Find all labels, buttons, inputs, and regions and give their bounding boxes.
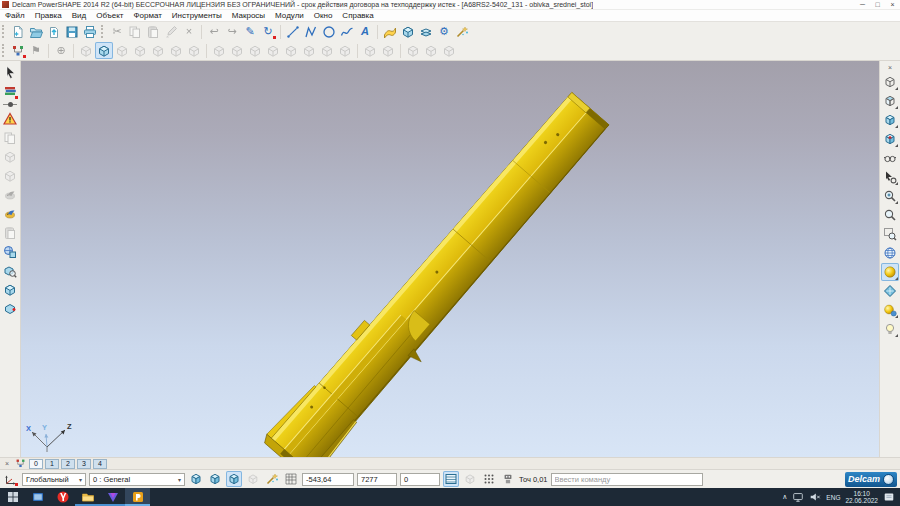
surface-tool-5[interactable] xyxy=(149,42,167,59)
taskbar-app-cad[interactable] xyxy=(100,488,125,506)
tray-chevron-icon[interactable]: ∧ xyxy=(782,493,787,501)
solid-tool-5[interactable] xyxy=(282,42,300,59)
solid-tool-6[interactable] xyxy=(300,42,318,59)
toolbar-grip[interactable] xyxy=(2,25,7,38)
menu-macros[interactable]: Макросы xyxy=(227,10,270,22)
level-select[interactable]: 0 : General ▾ xyxy=(89,473,185,486)
undo-icon[interactable]: ↩ xyxy=(209,26,218,37)
scissors-icon[interactable]: ✂ xyxy=(112,26,121,37)
create-surface-button[interactable] xyxy=(381,23,399,40)
close-button[interactable]: × xyxy=(885,0,900,10)
hidden-line-view-button[interactable] xyxy=(881,92,899,110)
workplane-view-4-button[interactable] xyxy=(245,471,261,487)
zoom-in-out-button[interactable] xyxy=(881,187,899,205)
feature-tool-2[interactable] xyxy=(379,42,397,59)
workplane-view-2-button[interactable] xyxy=(207,471,223,487)
surface-tool-1[interactable] xyxy=(77,42,95,59)
print-button[interactable] xyxy=(81,23,99,40)
lighting-button[interactable] xyxy=(881,320,899,338)
solid-tool-7[interactable] xyxy=(318,42,336,59)
minimize-button[interactable]: ─ xyxy=(855,0,870,10)
toolbar-grip[interactable] xyxy=(101,25,106,38)
create-curve-button[interactable] xyxy=(338,23,356,40)
menu-object[interactable]: Объект xyxy=(91,10,128,22)
inspect-solid-button[interactable] xyxy=(1,262,19,280)
wizard-button[interactable] xyxy=(453,23,471,40)
rail-close-button[interactable]: × xyxy=(888,63,892,72)
create-polyline-button[interactable] xyxy=(302,23,320,40)
workplane-view-1-button[interactable] xyxy=(188,471,204,487)
taskbar-app-explorer[interactable] xyxy=(75,488,100,506)
menu-modules[interactable]: Модули xyxy=(270,10,309,22)
globe-view-button[interactable] xyxy=(881,244,899,262)
new-file-button[interactable] xyxy=(9,23,27,40)
workplane-icon[interactable] xyxy=(13,458,27,469)
solid-tool-2[interactable] xyxy=(228,42,246,59)
flag-icon[interactable]: ⚑ xyxy=(31,45,41,56)
shading-mode-button[interactable] xyxy=(881,263,899,281)
model-doctor-button[interactable] xyxy=(1,110,19,128)
tabs-close-button[interactable]: × xyxy=(3,460,11,467)
start-button[interactable] xyxy=(0,488,25,506)
create-line-button[interactable] xyxy=(284,23,302,40)
taskbar-app-browser[interactable] xyxy=(25,488,50,506)
catalog-button[interactable] xyxy=(1,82,19,100)
opacity-slider[interactable] xyxy=(3,101,17,109)
coord-x-field[interactable]: -543,64 xyxy=(302,473,354,486)
maximize-button[interactable]: □ xyxy=(870,0,885,10)
zoom-select-button[interactable] xyxy=(881,168,899,186)
model-tree-button[interactable] xyxy=(9,42,27,59)
wing-tool-button[interactable] xyxy=(1,186,19,204)
create-arc-button[interactable] xyxy=(320,23,338,40)
zoom-full-button[interactable] xyxy=(881,206,899,224)
command-input[interactable] xyxy=(551,473,703,486)
menu-help[interactable]: Справка xyxy=(337,10,378,22)
text-tool-icon[interactable]: A xyxy=(361,26,369,37)
feature-tool-1[interactable] xyxy=(361,42,379,59)
wrap-tool-button[interactable] xyxy=(1,167,19,185)
notification-icon[interactable] xyxy=(883,491,895,503)
solid-tool-1[interactable] xyxy=(210,42,228,59)
position-list-button[interactable] xyxy=(443,471,459,487)
toolbar-grip[interactable] xyxy=(2,44,7,57)
assembly-tool-1[interactable] xyxy=(404,42,422,59)
volume-muted-icon[interactable] xyxy=(809,491,821,503)
workplane-tab-1[interactable]: 1 xyxy=(45,459,59,469)
world-analysis-button[interactable] xyxy=(1,243,19,261)
rotate-view-button[interactable] xyxy=(881,282,899,300)
paste-button[interactable] xyxy=(144,23,162,40)
menu-format[interactable]: Формат xyxy=(128,10,166,22)
coord-z-field[interactable]: 0 xyxy=(400,473,440,486)
gear-icon[interactable]: ⚙ xyxy=(439,26,449,37)
pen-icon[interactable]: ✎ xyxy=(245,26,254,37)
coord-system-select[interactable]: Глобальный ▾ xyxy=(22,473,86,486)
select-cursor-button[interactable] xyxy=(1,63,19,81)
redo-icon[interactable]: ↪ xyxy=(227,26,236,37)
zoom-to-box-button[interactable] xyxy=(881,225,899,243)
solid-tool-4[interactable] xyxy=(264,42,282,59)
calculator-button[interactable] xyxy=(481,471,497,487)
workplane-view-3-button[interactable] xyxy=(226,471,242,487)
open-file-button[interactable] xyxy=(27,23,45,40)
surface-tool-4[interactable] xyxy=(131,42,149,59)
delcam-badge[interactable]: Delcam xyxy=(845,472,897,487)
assembly-tool-3[interactable] xyxy=(440,42,458,59)
view-orientation-button[interactable] xyxy=(881,130,899,148)
compare-tool-button[interactable] xyxy=(1,129,19,147)
model-part[interactable] xyxy=(258,88,619,457)
plus-icon[interactable]: ⊕ xyxy=(56,45,65,56)
menu-tools[interactable]: Инструменты xyxy=(167,10,227,22)
workplane-tab-3[interactable]: 3 xyxy=(77,459,91,469)
menu-view[interactable]: Вид xyxy=(67,10,91,22)
shaded-view-button[interactable] xyxy=(881,111,899,129)
surface-tool-3[interactable] xyxy=(113,42,131,59)
tray-clock[interactable]: 16:10 22.06.2022 xyxy=(845,490,878,505)
taskbar-app-yandex[interactable] xyxy=(50,488,75,506)
shaded-solid-button[interactable] xyxy=(1,281,19,299)
tray-language[interactable]: ENG xyxy=(826,494,840,501)
menu-file[interactable]: Файл xyxy=(0,10,30,22)
probe-button[interactable] xyxy=(500,471,516,487)
solid-tool-3[interactable] xyxy=(246,42,264,59)
dynamic-section-button[interactable] xyxy=(881,149,899,167)
grid-button[interactable] xyxy=(283,471,299,487)
